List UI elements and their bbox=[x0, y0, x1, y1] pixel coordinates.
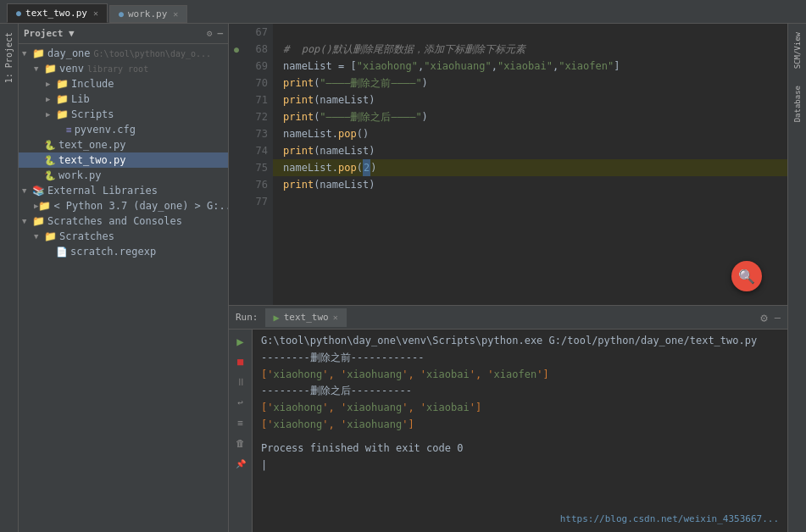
run-tab-label: text_two bbox=[284, 312, 329, 323]
scratch-icon: 📄 bbox=[56, 247, 68, 258]
tab-label2: work.py bbox=[128, 8, 167, 19]
py-icon: 🐍 bbox=[44, 155, 56, 166]
folder-icon: 📁 bbox=[32, 215, 45, 227]
code-line-76: print(nameList) bbox=[283, 176, 777, 193]
arrow-icon: ▶ bbox=[46, 80, 56, 88]
run-gear-icon[interactable]: ⚙ bbox=[760, 311, 767, 324]
sidebar-tree: ▼ 📁 day_one G:\tool\python\day_o... ▼ 📁 … bbox=[19, 44, 228, 532]
sidebar: Project ▼ ⚙ — ▼ 📁 day_one G:\tool\python… bbox=[19, 24, 229, 532]
bookmark-icon: ● bbox=[229, 45, 244, 54]
sidebar-item-scratch-regexp[interactable]: 📄 scratch.regexp bbox=[19, 244, 228, 259]
line-gutter: 67 ● 68 69 70 71 72 73 74 75 76 77 bbox=[229, 24, 273, 305]
run-panel: Run: ▶ text_two ✕ ⚙ — ▶ ■ ⏸ ↩ ≡ 🗑 bbox=[229, 305, 787, 532]
output-url: https://blog.csdn.net/weixin_4353667... bbox=[560, 512, 779, 527]
code-line-71: print(nameList) bbox=[283, 91, 777, 108]
output-line-list3: ['xiaohong', 'xiaohuang'] bbox=[261, 417, 779, 434]
run-pause-button[interactable]: ⏸ bbox=[232, 374, 249, 391]
item-label: day_one bbox=[47, 47, 91, 59]
item-label: Scripts bbox=[71, 108, 114, 120]
folder-icon: 📁 bbox=[56, 78, 69, 90]
item-label: scratch.regexp bbox=[70, 246, 156, 258]
run-pin-button[interactable]: 📌 bbox=[232, 455, 249, 472]
py-icon: 🐍 bbox=[44, 140, 56, 151]
run-scroll-button[interactable]: ≡ bbox=[232, 414, 249, 431]
run-output[interactable]: G:\tool\python\day_one\venv\Scripts\pyth… bbox=[253, 330, 787, 532]
folder-icon: 📚 bbox=[32, 185, 45, 197]
sidebar-item-include[interactable]: ▶ 📁 Include bbox=[19, 76, 228, 91]
tab-label: text_two.py bbox=[25, 8, 87, 19]
tab-work-py[interactable]: ● work.py ✕ bbox=[109, 5, 187, 23]
sidebar-item-scratches[interactable]: ▼ 📁 Scratches bbox=[19, 229, 228, 244]
sidebar-item-work[interactable]: 🐍 work.py bbox=[19, 168, 228, 183]
run-tab-icon: ▶ bbox=[274, 312, 280, 324]
code-line-73: nameList.pop() bbox=[283, 125, 777, 142]
database-tab[interactable]: Database bbox=[792, 80, 803, 127]
item-label: Scratches and Consoles bbox=[47, 215, 182, 227]
arrow-icon: ▼ bbox=[22, 186, 32, 195]
code-line-70: print("————删除之前————") bbox=[283, 75, 777, 91]
arrow-icon: ▼ bbox=[22, 49, 32, 58]
run-clear-button[interactable]: 🗑 bbox=[232, 435, 249, 452]
venv-icon: 📁 bbox=[44, 63, 57, 75]
sidebar-item-pyvenv[interactable]: ≡ pyvenv.cfg bbox=[19, 122, 228, 137]
sidebar-item-python37[interactable]: ▶ 📁 < Python 3.7 (day_one) > G:... bbox=[19, 198, 228, 213]
tab-icon-py: ● bbox=[16, 8, 21, 18]
arrow-icon: ▶ bbox=[46, 110, 56, 119]
item-label: text_one.py bbox=[58, 139, 125, 151]
output-line-cmd: G:\tool\python\day_one\venv\Scripts\pyth… bbox=[261, 333, 779, 350]
code-editor: 67 ● 68 69 70 71 72 73 74 75 76 77 bbox=[229, 24, 787, 305]
code-line-77 bbox=[283, 193, 777, 210]
item-label: Include bbox=[71, 78, 114, 90]
run-wrap-button[interactable]: ↩ bbox=[232, 394, 249, 411]
run-play-button[interactable]: ▶ bbox=[232, 333, 249, 350]
sidebar-item-venv[interactable]: ▼ 📁 venv library root bbox=[19, 61, 228, 76]
item-label: text_two.py bbox=[58, 154, 125, 166]
item-label: Lib bbox=[71, 93, 90, 105]
sidebar-item-scripts[interactable]: ▶ 📁 Scripts bbox=[19, 107, 228, 122]
tab-close-icon[interactable]: ✕ bbox=[93, 8, 98, 18]
sidebar-item-external-libs[interactable]: ▼ 📚 External Libraries bbox=[19, 183, 228, 198]
run-tab[interactable]: ▶ text_two ✕ bbox=[265, 308, 347, 327]
tab-close-icon2[interactable]: ✕ bbox=[173, 9, 178, 19]
run-minimize-icon[interactable]: — bbox=[775, 312, 781, 324]
sidebar-item-text-one[interactable]: 🐍 text_one.py bbox=[19, 137, 228, 152]
output-line-list1: ['xiaohong', 'xiaohuang', 'xiaobai', 'xi… bbox=[261, 367, 779, 384]
run-stop-button[interactable]: ■ bbox=[232, 353, 249, 370]
output-line-after: --------删除之后---------- bbox=[261, 383, 779, 400]
arrow-icon: ▼ bbox=[22, 217, 32, 225]
item-label: work.py bbox=[58, 169, 102, 181]
sidebar-item-lib[interactable]: ▶ 📁 Lib bbox=[19, 91, 228, 107]
sidebar-header: Project ▼ ⚙ — bbox=[19, 24, 228, 44]
run-tab-close-icon[interactable]: ✕ bbox=[333, 313, 338, 322]
arrow-icon: ▼ bbox=[34, 232, 44, 241]
item-label: External Libraries bbox=[47, 185, 158, 197]
scm-view-tab[interactable]: SCM/View bbox=[792, 27, 803, 74]
run-action-sidebar: ▶ ■ ⏸ ↩ ≡ 🗑 📌 bbox=[229, 330, 253, 532]
code-line-74: print(nameList) bbox=[283, 142, 777, 159]
code-line-67 bbox=[283, 24, 777, 41]
sidebar-item-day-one[interactable]: ▼ 📁 day_one G:\tool\python\day_o... bbox=[19, 46, 228, 61]
project-panel-tab[interactable]: 1: Project bbox=[0, 24, 19, 532]
run-header: Run: ▶ text_two ✕ ⚙ — bbox=[229, 306, 787, 330]
code-line-69: nameList = ["xiaohong","xiaohuang","xiao… bbox=[283, 58, 777, 75]
project-tab-label[interactable]: 1: Project bbox=[3, 27, 15, 88]
folder-icon: 📁 bbox=[38, 200, 51, 212]
folder-icon: 📁 bbox=[32, 47, 45, 59]
code-line-75: nameList.pop(2) bbox=[273, 159, 787, 176]
arrow-icon: ▼ bbox=[34, 64, 44, 73]
sidebar-icon-minimize[interactable]: — bbox=[217, 28, 223, 39]
sidebar-title: Project ▼ bbox=[24, 28, 75, 39]
item-label: < Python 3.7 (day_one) > G:... bbox=[53, 200, 228, 212]
code-content[interactable]: # pop()默认删除尾部数据，添加下标删除下标元素 nameList = ["… bbox=[273, 24, 787, 305]
sidebar-item-text-two[interactable]: 🐍 text_two.py bbox=[19, 152, 228, 168]
search-fab-button[interactable]: 🔍 bbox=[731, 261, 762, 291]
cursor-line: | bbox=[261, 457, 779, 474]
cfg-icon: ≡ bbox=[66, 125, 72, 136]
folder-icon: 📁 bbox=[44, 230, 57, 242]
tab-text-two[interactable]: ● text_two.py ✕ bbox=[7, 3, 108, 23]
item-label: venv bbox=[59, 63, 84, 75]
right-sidebar: SCM/View Database bbox=[787, 24, 806, 532]
code-line-68: # pop()默认删除尾部数据，添加下标删除下标元素 bbox=[283, 41, 777, 58]
sidebar-item-scratches-and-consoles[interactable]: ▼ 📁 Scratches and Consoles bbox=[19, 213, 228, 229]
sidebar-icon-settings[interactable]: ⚙ bbox=[207, 28, 213, 39]
